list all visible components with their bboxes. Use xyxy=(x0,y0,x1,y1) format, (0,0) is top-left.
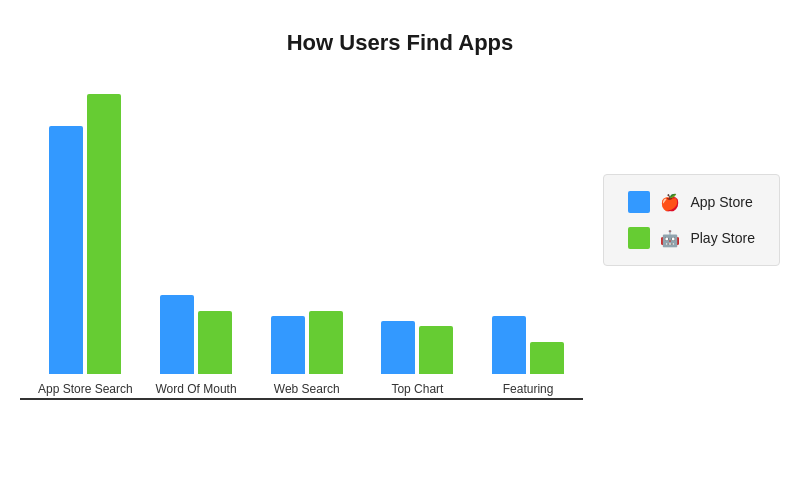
bar-blue xyxy=(271,316,305,374)
bar-green-label: 6% xyxy=(538,325,555,339)
group-label: App Store Search xyxy=(38,382,133,398)
bar-blue-wrap: 11% xyxy=(492,299,526,374)
bar-green-label: 53% xyxy=(92,77,116,91)
chart-container: 47% 53% App Store Search 15% 12% Word Of… xyxy=(20,80,583,400)
legend-color xyxy=(628,227,650,249)
bar-blue-wrap: 47% xyxy=(49,109,83,374)
bar-blue xyxy=(381,321,415,374)
bars: 11% 12% xyxy=(271,294,343,374)
bar-green xyxy=(87,94,121,374)
bar-green-label: 12% xyxy=(314,294,338,308)
bar-blue-wrap: 15% xyxy=(160,278,194,374)
bar-green-wrap: 53% xyxy=(87,77,121,374)
legend-label: App Store xyxy=(690,194,752,210)
bar-green-wrap: 12% xyxy=(309,294,343,374)
chart-area: 47% 53% App Store Search 15% 12% Word Of… xyxy=(20,80,780,400)
bar-green xyxy=(198,311,232,374)
group-label: Top Chart xyxy=(391,382,443,398)
group-label: Web Search xyxy=(274,382,340,398)
bars: 10% 9% xyxy=(381,304,453,374)
bar-blue-wrap: 10% xyxy=(381,304,415,374)
bar-group: 47% 53% App Store Search xyxy=(30,77,141,398)
bar-blue-label: 10% xyxy=(386,304,410,318)
legend: 🍎 App Store 🤖 Play Store xyxy=(603,174,780,266)
bar-group: 11% 12% Web Search xyxy=(251,294,362,398)
bar-blue-label: 11% xyxy=(497,299,521,313)
bar-group: 11% 6% Featuring xyxy=(473,299,584,398)
group-label: Word Of Mouth xyxy=(155,382,236,398)
bar-blue-label: 11% xyxy=(276,299,300,313)
bar-blue xyxy=(492,316,526,374)
bars: 47% 53% xyxy=(49,77,121,374)
bar-green-wrap: 6% xyxy=(530,325,564,374)
bar-blue-label: 15% xyxy=(165,278,189,292)
legend-icon: 🤖 xyxy=(660,229,680,248)
bar-group: 15% 12% Word Of Mouth xyxy=(141,278,252,398)
bar-blue-wrap: 11% xyxy=(271,299,305,374)
bar-green-label: 12% xyxy=(203,294,227,308)
bar-green xyxy=(419,326,453,374)
bar-green-wrap: 9% xyxy=(419,309,453,374)
bar-blue-label: 47% xyxy=(54,109,78,123)
legend-item: 🍎 App Store xyxy=(628,191,755,213)
legend-label: Play Store xyxy=(690,230,755,246)
bar-green-wrap: 12% xyxy=(198,294,232,374)
chart-title: How Users Find Apps xyxy=(287,30,514,56)
legend-icon: 🍎 xyxy=(660,193,680,212)
bar-green xyxy=(530,342,564,374)
bar-blue xyxy=(160,295,194,374)
bar-group: 10% 9% Top Chart xyxy=(362,304,473,398)
bar-green xyxy=(309,311,343,374)
bar-blue xyxy=(49,126,83,374)
group-label: Featuring xyxy=(503,382,554,398)
legend-item: 🤖 Play Store xyxy=(628,227,755,249)
bars: 15% 12% xyxy=(160,278,232,374)
bars: 11% 6% xyxy=(492,299,564,374)
legend-color xyxy=(628,191,650,213)
bar-green-label: 9% xyxy=(428,309,445,323)
